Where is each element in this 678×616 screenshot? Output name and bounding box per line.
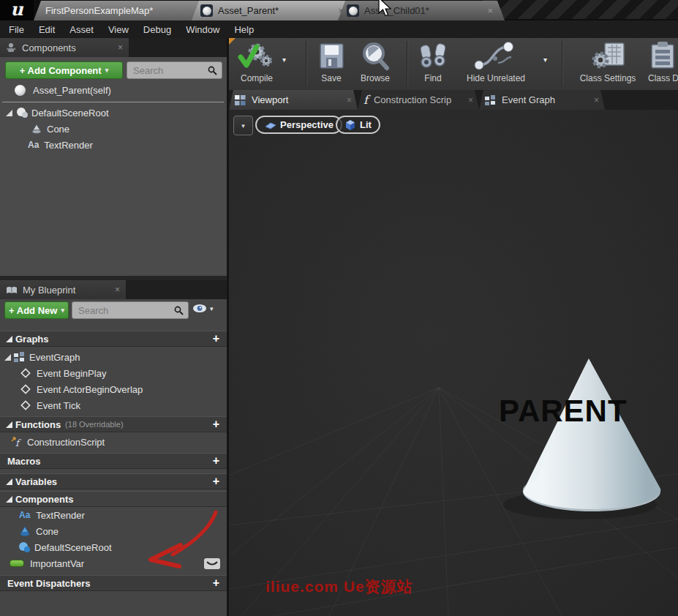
- section-title: Components: [15, 494, 73, 505]
- close-icon[interactable]: ×: [587, 95, 599, 105]
- hide-unrelated-button[interactable]: Hide Unrelated: [463, 41, 529, 83]
- browse-label: Browse: [361, 73, 390, 83]
- eye-closed-icon: [206, 560, 218, 567]
- add-variable-button[interactable]: +: [213, 476, 219, 487]
- close-icon[interactable]: ×: [461, 95, 473, 105]
- tab-components-panel[interactable]: Components ×: [0, 38, 129, 57]
- section-header-event-dispatchers[interactable]: Event Dispatchers +: [0, 575, 227, 591]
- document-tabstrip: Viewport × f Construction Scrip × Event …: [229, 90, 678, 110]
- viewport-canvas[interactable]: PARENT ▾ Perspective Lit iliue.com Ue资源站: [229, 110, 678, 616]
- tree-row-cone[interactable]: Cone: [0, 121, 257, 137]
- chevron-down-icon: ▾: [241, 122, 245, 129]
- search-icon: [174, 306, 184, 315]
- construction-script-icon: f: [10, 437, 23, 448]
- tab-label: Viewport: [252, 94, 288, 105]
- text-render-object[interactable]: PARENT: [499, 394, 628, 429]
- add-dispatcher-button[interactable]: +: [213, 577, 219, 589]
- section-title: Macros: [7, 456, 41, 467]
- row-constructionscript[interactable]: f ConstructionScript: [0, 434, 237, 450]
- row-event-beginplay[interactable]: Event BeginPlay: [0, 365, 247, 381]
- close-icon[interactable]: ×: [484, 5, 496, 16]
- menu-asset[interactable]: Asset: [69, 24, 94, 35]
- event-label: Event ActorBeginOverlap: [37, 384, 143, 395]
- close-icon[interactable]: ×: [339, 95, 352, 105]
- add-graph-button[interactable]: +: [213, 333, 219, 345]
- tab-viewport[interactable]: Viewport ×: [229, 90, 358, 110]
- section-header-graphs[interactable]: Graphs +: [0, 331, 227, 347]
- viewport-options-dropdown[interactable]: ▾: [233, 116, 253, 135]
- self-item-label: Asset_Parent(self): [33, 85, 111, 96]
- menu-window[interactable]: Window: [186, 24, 219, 35]
- toolbar-separator: [562, 41, 562, 85]
- perspective-button[interactable]: Perspective: [255, 116, 342, 134]
- scene-root-icon: [15, 107, 29, 119]
- myblueprint-search-box: [72, 301, 189, 319]
- tab-label: Construction Scrip: [374, 94, 451, 105]
- chevron-down-icon: ▾: [105, 67, 109, 74]
- browse-button[interactable]: Browse: [359, 41, 391, 83]
- tab-my-blueprint[interactable]: My Blueprint ×: [0, 280, 126, 299]
- variable-visibility-toggle[interactable]: [204, 558, 220, 569]
- row-var-defaultsceneroot[interactable]: DefaultSceneRoot: [0, 539, 244, 555]
- section-header-components[interactable]: Components: [0, 491, 227, 507]
- add-macro-button[interactable]: +: [213, 455, 219, 467]
- find-icon: [416, 41, 450, 72]
- menu-edit[interactable]: Edit: [39, 24, 55, 35]
- watermark-text: iliue.com Ue资源站: [265, 576, 413, 597]
- section-header-macros[interactable]: Macros +: [0, 453, 227, 469]
- add-component-button[interactable]: + Add Component ▾: [5, 61, 123, 79]
- text-render-icon: Aa: [19, 510, 30, 520]
- add-new-button[interactable]: + Add New ▾: [4, 301, 69, 319]
- hide-unrelated-chevron-icon[interactable]: ▾: [543, 56, 547, 64]
- cone-mesh[interactable]: [229, 110, 678, 616]
- section-header-functions[interactable]: Functions (18 Overridable) +: [0, 416, 227, 432]
- myblueprint-search-input[interactable]: [77, 304, 174, 317]
- components-search-input[interactable]: [132, 64, 208, 77]
- eye-icon: [192, 304, 207, 313]
- class-settings-button[interactable]: Class Settings: [579, 41, 637, 83]
- row-var-importantvar[interactable]: ImportantVar: [0, 555, 227, 571]
- search-icon: [208, 66, 217, 75]
- tab-level-firstpersonexamplemap[interactable]: FirstPersonExampleMap*: [34, 1, 215, 20]
- row-event-tick[interactable]: Event Tick: [0, 397, 247, 413]
- tab-asset-child01[interactable]: Asset_Child01* ×: [338, 1, 505, 20]
- asset-thumbnail-icon: [347, 4, 359, 17]
- menu-view[interactable]: View: [108, 24, 129, 35]
- row-var-cone[interactable]: Cone: [0, 523, 246, 539]
- expander-icon[interactable]: [4, 354, 11, 361]
- tab-asset-parent[interactable]: Asset_Parent* ×: [192, 1, 355, 20]
- tree-row-defaultsceneroot[interactable]: DefaultSceneRoot: [0, 105, 231, 121]
- section-title: Functions: [15, 419, 61, 430]
- menu-help[interactable]: Help: [234, 24, 254, 35]
- save-icon: [317, 41, 346, 72]
- compile-button[interactable]: Compile: [235, 41, 279, 83]
- tree-item-label: Cone: [47, 124, 69, 135]
- compile-options-chevron-icon[interactable]: ▾: [282, 56, 286, 64]
- expander-icon: [6, 336, 12, 342]
- menu-file[interactable]: File: [9, 24, 24, 35]
- row-event-actorbeginoverlap[interactable]: Event ActorBeginOverlap: [0, 381, 247, 397]
- variable-label: ImportantVar: [30, 558, 84, 569]
- tab-construction-script[interactable]: f Construction Scrip ×: [358, 90, 479, 110]
- hide-unrelated-icon: [463, 41, 529, 72]
- event-label: Event Tick: [37, 400, 80, 411]
- tab-event-graph[interactable]: Event Graph ×: [479, 90, 605, 110]
- tree-row-self[interactable]: Asset_Parent(self): [0, 82, 241, 98]
- close-icon[interactable]: ×: [105, 285, 120, 295]
- section-header-variables[interactable]: Variables +: [0, 473, 227, 489]
- lit-mode-button[interactable]: Lit: [336, 116, 380, 134]
- save-button[interactable]: Save: [317, 41, 346, 83]
- lit-cube-icon: [344, 119, 356, 131]
- close-icon[interactable]: ×: [108, 42, 123, 53]
- chevron-down-icon: ▾: [210, 305, 214, 312]
- add-function-button[interactable]: +: [213, 418, 219, 430]
- components-search-box: [127, 61, 222, 79]
- class-defaults-button[interactable]: Class D: [647, 41, 678, 83]
- row-eventgraph[interactable]: EventGraph: [0, 349, 230, 365]
- menu-debug[interactable]: Debug: [143, 24, 171, 35]
- expander-icon[interactable]: [6, 110, 12, 116]
- visibility-filter-button[interactable]: ▾: [192, 304, 214, 313]
- find-button[interactable]: Find: [416, 41, 450, 83]
- row-var-textrender[interactable]: Aa TextRender: [0, 507, 246, 523]
- tree-row-textrender[interactable]: Aa TextRender: [0, 137, 255, 153]
